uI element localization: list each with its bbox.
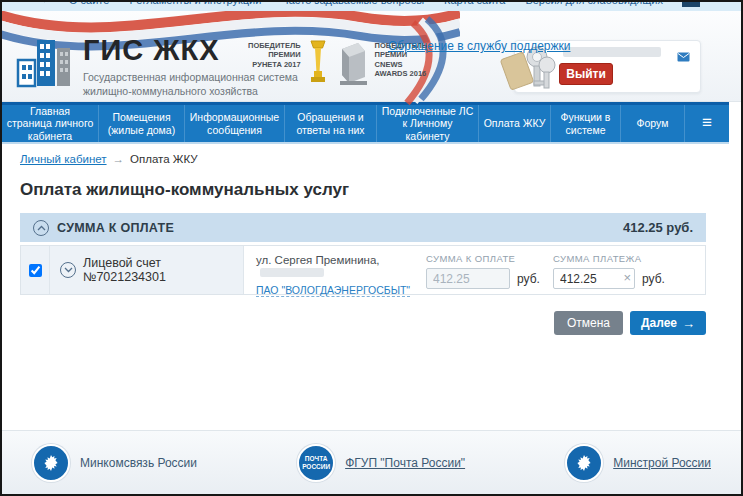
cancel-button[interactable]: Отмена [554,311,623,335]
payment-panel: СУММА К ОПЛАТЕ 412.25 руб. Лицевой счет … [20,213,706,295]
sum-due-input [426,268,510,289]
next-button-label: Далее [641,316,677,330]
site-header: ГИС ЖКХ Государственная информационная с… [2,11,741,102]
nav-item-payment[interactable]: Оплата ЖКУ [478,105,550,142]
site-footer: Минкомсвязь России ПОЧТА РОССИИ ФГУП "По… [2,430,741,494]
account-cell: Лицевой счет №7021234301 [50,246,244,294]
action-buttons: Отмена Далее → [20,311,706,335]
next-button[interactable]: Далее → [630,311,706,335]
silver-trophy-icon [335,39,371,91]
topbar-link-sitemap[interactable]: Карта сайта [444,2,505,6]
sum-due-currency: руб. [517,272,540,286]
sum-due-cell: СУММА К ОПЛАТЕ руб. [424,246,545,294]
next-arrow-icon: → [682,316,695,331]
topbar-link-faq[interactable]: Часто задаваемые вопросы [281,2,424,6]
nav-item-functions[interactable]: Функции в системе [550,105,620,142]
gov-emblem-icon [40,2,49,6]
account-checkbox-cell [21,246,50,294]
nav-item-home[interactable]: Главная страница личного кабинета [2,105,98,142]
pochta-rossii-logo-icon: ПОЧТА РОССИИ [297,444,335,482]
logout-button[interactable]: Выйти [559,63,613,85]
account-checkbox[interactable] [29,264,42,277]
expand-chevron-down-icon[interactable] [60,262,76,278]
breadcrumb-arrow: → [113,153,125,165]
pochta-logo-text: ПОЧТА РОССИИ [302,455,330,471]
buildings-logo-icon [15,36,73,98]
footer-pochta: ПОЧТА РОССИИ ФГУП "Почта России" [297,444,465,482]
nav-item-connected-accounts[interactable]: Подключенные ЛС к Личному кабинету [376,105,478,142]
clear-input-icon[interactable]: × [623,270,631,286]
nav-item-appeals[interactable]: Обращения и ответы на них [284,105,376,142]
nav-hamburger-icon[interactable]: ≡ [684,105,729,142]
breadcrumb-current: Оплата ЖКУ [130,153,198,165]
collapse-chevron-up-icon[interactable] [33,220,49,236]
account-number-label: Лицевой счет №7021234301 [83,256,233,284]
award-runet-label: ПОБЕДИТЕЛЬ ПРЕМИИ РУНЕТА 2017 [248,41,301,69]
breadcrumb-home-link[interactable]: Личный кабинет [20,153,107,165]
nav-item-premises[interactable]: Помещения (жилые дома) [98,105,184,142]
gis-zhkh-page: О сайте Регламенты и инструкции Часто за… [0,0,743,496]
sum-to-pay-header-label: СУММА К ОПЛАТЕ [57,221,174,235]
minkomsvyaz-link[interactable]: Минкомсвязь России [80,456,197,470]
main-content: Личный кабинет→Оплата ЖКУ Оплата жилищно… [2,144,741,335]
account-row: Лицевой счет №7021234301 ул. Сергея Прем… [20,245,706,295]
payment-sum-cell: СУММА ПЛАТЕЖА × руб. [545,246,705,294]
address-redacted [260,268,324,277]
topbar-link-regulations[interactable]: Регламенты и инструкции [129,2,261,6]
address-text: ул. Сергея Преминина, [256,254,380,266]
breadcrumb: Личный кабинет→Оплата ЖКУ [20,153,741,165]
payment-panel-header: СУММА К ОПЛАТЕ 412.25 руб. [20,213,706,242]
minstroy-emblem-icon [565,444,603,482]
pochta-link[interactable]: ФГУП "Почта России" [345,456,465,470]
top-utility-bar: О сайте Регламенты и инструкции Часто за… [2,2,741,11]
envelope-icon[interactable] [677,48,690,66]
user-name-redacted [563,47,661,57]
sum-to-pay-total: 412.25 руб. [623,220,693,235]
main-navigation: Главная страница личного кабинета Помеще… [2,102,729,142]
topbar-link-accessibility[interactable]: Версия для слабовидящих [525,2,663,6]
provider-link[interactable]: ПАО "ВОЛОГДАЭНЕРГОСБЫТ" [256,284,410,297]
page-title: Оплата жилищно-коммунальных услуг [20,180,741,200]
gold-trophy-icon [305,39,331,91]
sum-due-field-label: СУММА К ОПЛАТЕ [426,253,545,264]
topbar-link-about[interactable]: О сайте [69,2,109,6]
address-cell: ул. Сергея Преминина, ПАО "ВОЛОГДАЭНЕРГО… [244,246,424,294]
footer-minstroy: Минстрой России [565,444,711,482]
nav-item-messages[interactable]: Информационные сообщения [184,105,284,142]
minkomsvyaz-emblem-icon [32,444,70,482]
payment-currency: руб. [642,272,665,286]
footer-minkomsvyaz: Минкомсвязь России [32,444,197,482]
support-link[interactable]: Обращение в службу поддержки [388,39,571,53]
payment-field-label: СУММА ПЛАТЕЖА [553,253,705,264]
nav-item-forum[interactable]: Форум [620,105,684,142]
scrollbar-thumb [682,2,700,7]
minstroy-link[interactable]: Минстрой России [613,456,711,470]
